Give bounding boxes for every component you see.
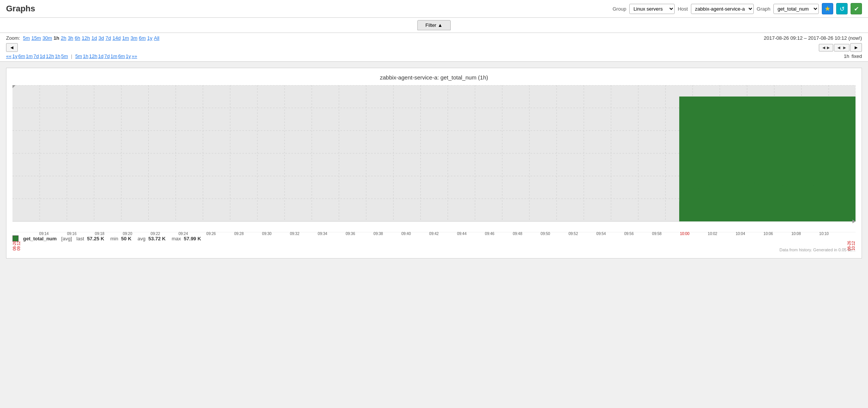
- zoom-7d[interactable]: 7d: [106, 35, 111, 41]
- nav-fwd-1m[interactable]: 1m: [110, 53, 117, 59]
- zoom-3m[interactable]: 3m: [131, 35, 137, 41]
- zoom-1d[interactable]: 1d: [92, 35, 97, 41]
- x-label-0944: 09:44: [457, 232, 467, 251]
- nav-fwd-1d[interactable]: 1d: [98, 53, 103, 59]
- nav-fwd-1y[interactable]: 1y: [126, 53, 131, 59]
- x-label-0932: 09:32: [290, 232, 299, 251]
- x-label-0934: 09:34: [318, 232, 327, 251]
- main-content: zabbix-agent-service-a: get_total_num (1…: [0, 62, 868, 265]
- nav-back-5m[interactable]: 5m: [61, 53, 68, 59]
- graph-container: zabbix-agent-service-a: get_total_num (1…: [6, 68, 862, 259]
- x-label-1000: 10:00: [680, 232, 689, 251]
- fixed-label: fixed: [852, 53, 862, 59]
- nav-fwd-1h[interactable]: 1h: [83, 53, 88, 59]
- x-label-0920: 09:20: [123, 232, 132, 251]
- host-label: Host: [678, 6, 688, 12]
- nav-back-all[interactable]: ««: [6, 53, 11, 59]
- nav-fwd-12h[interactable]: 12h: [89, 53, 97, 59]
- zoom-15m[interactable]: 15m: [31, 35, 41, 41]
- x-label-0950: 09:50: [541, 232, 550, 251]
- filter-bar: Filter ▲: [0, 18, 868, 33]
- refresh-button[interactable]: ↺: [836, 3, 848, 14]
- x-label-0942: 09:42: [429, 232, 439, 251]
- zoom-1h[interactable]: 1h: [54, 35, 59, 41]
- x-label-0924: 09:24: [179, 232, 188, 251]
- nav-row: ◄ ◄► ◄ ► ►: [6, 43, 862, 52]
- zoom-row: Zoom: 5m 15m 30m 1h 2h 3h 6h 12h 1d 3d 7…: [6, 35, 862, 41]
- x-label-0948: 09:48: [513, 232, 522, 251]
- period-zoom-in[interactable]: ◄►: [819, 44, 833, 51]
- x-label-1002: 10:02: [708, 232, 717, 251]
- period-zoom-out[interactable]: ◄ ►: [834, 44, 849, 51]
- back-nav: «« 1y 6m 1m 7d 1d 12h 1h 5m | 5m 1h 12h …: [6, 53, 137, 59]
- zoom-6m[interactable]: 6m: [139, 35, 146, 41]
- zoom-2h[interactable]: 2h: [61, 35, 66, 41]
- nav-sep: |: [71, 53, 72, 59]
- x-label-1010: 10:10: [819, 232, 829, 251]
- svg-marker-40: [679, 182, 856, 221]
- nav-back-6m[interactable]: 6m: [18, 53, 25, 59]
- nav-back-1m[interactable]: 1m: [26, 53, 33, 59]
- x-label-start: 08-26 09:12: [12, 232, 21, 251]
- star-button[interactable]: ★: [822, 3, 833, 14]
- nav-fwd-all[interactable]: »»: [132, 53, 137, 59]
- zoom-3h[interactable]: 3h: [68, 35, 73, 41]
- x-label-0922: 09:22: [151, 232, 160, 251]
- period-nav-row: «« 1y 6m 1m 7d 1d 12h 1h 5m | 5m 1h 12h …: [6, 53, 862, 59]
- nav-back-7d[interactable]: 7d: [33, 53, 39, 59]
- zoom-1y[interactable]: 1y: [147, 35, 152, 41]
- nav-fwd-6m[interactable]: 6m: [118, 53, 125, 59]
- graph-area: 60 K 50 K 40 K 30 K 20 K 10 K 0 08-26 09…: [12, 85, 856, 229]
- zoom-30m[interactable]: 30m: [42, 35, 52, 41]
- zoom-1m[interactable]: 1m: [122, 35, 129, 41]
- x-label-0956: 09:56: [624, 232, 634, 251]
- nav-back-1d[interactable]: 1d: [40, 53, 45, 59]
- x-label-0952: 09:52: [568, 232, 578, 251]
- header: Graphs Group Linux servers Host zabbix-a…: [0, 0, 868, 18]
- x-label-0936: 09:36: [345, 232, 355, 251]
- next-arrow[interactable]: ►: [850, 43, 862, 52]
- filter-button[interactable]: Filter ▲: [417, 20, 450, 30]
- confirm-button[interactable]: ✔: [851, 3, 862, 14]
- zoom-5m[interactable]: 5m: [23, 35, 30, 41]
- x-label-1004: 10:04: [736, 232, 745, 251]
- toolbar: Zoom: 5m 15m 30m 1h 2h 3h 6h 12h 1d 3d 7…: [0, 33, 868, 62]
- x-label-end: 08-26 10:12: [847, 232, 856, 251]
- nav-fwd-7d[interactable]: 7d: [104, 53, 110, 59]
- nav-back-1h[interactable]: 1h: [55, 53, 60, 59]
- x-label-0926: 09:26: [206, 232, 216, 251]
- x-label-0958: 09:58: [652, 232, 661, 251]
- graph-svg: 60 K 50 K 40 K 30 K 20 K 10 K 0: [12, 85, 856, 229]
- zoom-controls: Zoom: 5m 15m 30m 1h 2h 3h 6h 12h 1d 3d 7…: [6, 35, 159, 41]
- nav-back-12h[interactable]: 12h: [46, 53, 54, 59]
- nav-fwd-5m[interactable]: 5m: [75, 53, 82, 59]
- group-label: Group: [613, 6, 626, 12]
- period-fixed: 1h fixed: [844, 53, 862, 59]
- zoom-all[interactable]: All: [154, 35, 159, 41]
- x-label-1006: 10:06: [764, 232, 773, 251]
- prev-arrow[interactable]: ◄: [6, 43, 18, 52]
- date-range-display: 2017-08-26 09:12 – 2017-08-26 10:12 (now…: [764, 35, 862, 41]
- period-value: 1h: [844, 53, 849, 59]
- x-label-0914: 09:14: [39, 232, 49, 251]
- host-select[interactable]: zabbix-agent-service-a: [691, 4, 754, 14]
- zoom-3d[interactable]: 3d: [98, 35, 104, 41]
- x-label-0938: 09:38: [373, 232, 383, 251]
- x-axis-labels: 08-26 09:12 09:14 09:16 09:18 09:20 09:2…: [12, 232, 856, 251]
- x-label-0918: 09:18: [95, 232, 104, 251]
- x-label-1008: 10:08: [791, 232, 801, 251]
- group-select[interactable]: Linux servers: [629, 4, 675, 14]
- nav-back-1y[interactable]: 1y: [12, 53, 17, 59]
- x-label-0946: 09:46: [485, 232, 495, 251]
- zoom-14d[interactable]: 14d: [112, 35, 121, 41]
- graph-select[interactable]: get_total_num: [773, 4, 819, 14]
- graph-label: Graph: [757, 6, 770, 12]
- x-label-0916: 09:16: [67, 232, 76, 251]
- zoom-6h[interactable]: 6h: [75, 35, 80, 41]
- x-label-0930: 09:30: [262, 232, 272, 251]
- x-label-0954: 09:54: [596, 232, 606, 251]
- header-controls: Group Linux servers Host zabbix-agent-se…: [613, 3, 862, 14]
- zoom-12h[interactable]: 12h: [82, 35, 90, 41]
- graph-title: zabbix-agent-service-a: get_total_num (1…: [12, 74, 856, 81]
- date-range: 2017-08-26 09:12 – 2017-08-26 10:12 (now…: [764, 35, 862, 41]
